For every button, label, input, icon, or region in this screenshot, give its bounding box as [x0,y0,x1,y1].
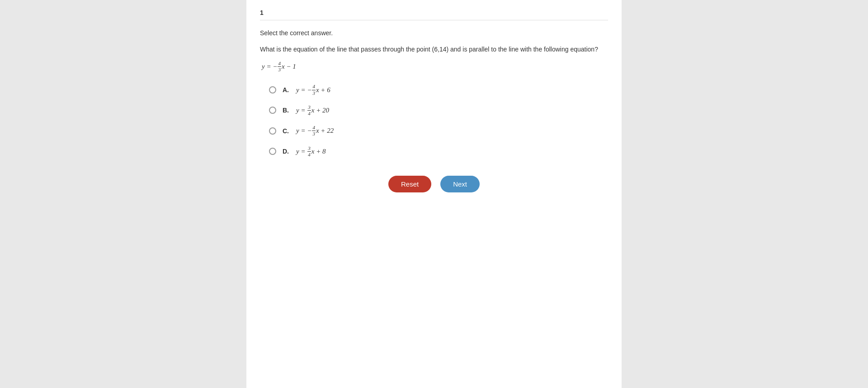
reset-button[interactable]: Reset [388,176,431,192]
option-item-d[interactable]: D. y = 3 4 x + 8 [269,145,608,158]
option-item-c[interactable]: C. y = − 4 3 x + 22 [269,125,608,137]
option-equation-d: y = 3 4 x + 8 [296,145,326,158]
option-label-a: A. [283,86,292,93]
option-label-c: C. [283,127,292,135]
radio-a[interactable] [269,86,276,93]
option-equation-a: y = − 4 3 x + 6 [296,84,330,96]
buttons-row: Reset Next [260,176,608,192]
option-equation-c: y = − 4 3 x + 22 [296,125,334,137]
given-equation: y = − 4 3 x − 1 [260,61,296,73]
radio-d[interactable] [269,148,276,155]
option-item-a[interactable]: A. y = − 4 3 x + 6 [269,84,608,96]
option-equation-b: y = 3 4 x + 20 [296,104,329,117]
radio-c[interactable] [269,127,276,135]
option-item-b[interactable]: B. y = 3 4 x + 20 [269,104,608,117]
radio-b[interactable] [269,107,276,114]
options-list: A. y = − 4 3 x + 6 B. y [260,84,608,158]
page-wrapper: 1 Select the correct answer. What is the… [0,0,868,388]
option-label-b: B. [283,107,292,114]
instruction-text: Select the correct answer. [260,29,608,37]
question-number: 1 [260,9,608,20]
question-text: What is the equation of the line that pa… [260,45,608,54]
option-label-d: D. [283,148,292,155]
next-button[interactable]: Next [440,176,480,192]
question-card: 1 Select the correct answer. What is the… [246,0,622,388]
